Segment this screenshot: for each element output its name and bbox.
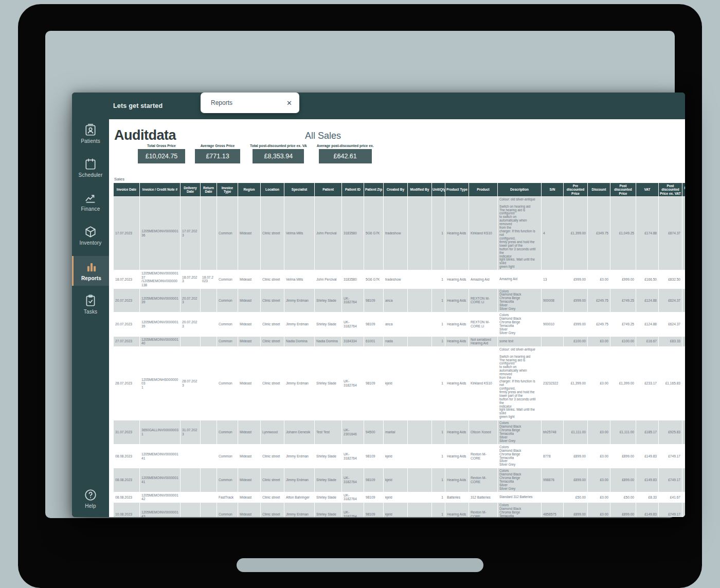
sidebar-item-reports[interactable]: Reports — [72, 256, 109, 286]
table-row: 08.08.20231205MEMOINV000000141CommonMide… — [114, 445, 685, 468]
column-header: Invoice Type — [217, 183, 238, 196]
table-row: 08.08.20231205MEMOINV000000141CommonMide… — [114, 468, 685, 492]
patients-badge-icon — [84, 123, 97, 137]
monitor-stand-pill — [237, 558, 483, 572]
tab-reports-label: Reports — [211, 99, 286, 106]
tab-reports[interactable]: Reports ✕ — [201, 93, 299, 113]
sales-table: Invoice DateInvoice / Credit Note #Deliv… — [113, 182, 681, 517]
bar-chart-icon — [85, 261, 98, 274]
column-header: Product — [469, 183, 497, 196]
column-header: Post discounted Price ex. VAT — [659, 183, 682, 196]
column-header: Patient ID — [342, 183, 364, 196]
column-header: Patient Zip — [364, 183, 383, 196]
column-header: Modified By — [408, 183, 431, 196]
stat-average-gross-price: Average Gross Price £771.13 — [195, 144, 240, 163]
column-header: Description — [498, 183, 541, 196]
sidebar-item-help[interactable]: Help — [72, 485, 109, 512]
column-header: Delivery Date — [181, 183, 200, 196]
column-header: Unit/Qty — [432, 183, 445, 196]
column-header: VAT — [636, 183, 658, 196]
close-icon[interactable]: ✕ — [286, 99, 292, 107]
sidebar-item-label: Patients — [81, 138, 100, 144]
header-row: Invoice DateInvoice / Credit Note #Deliv… — [114, 183, 685, 196]
table-row: 27.07.20231205MEMOINV000000140CommonMide… — [114, 337, 685, 346]
top-tab-bar: Lets get started Reports ✕ — [72, 93, 685, 119]
monitor-frame: Lets get started Reports ✕ PatientsSched… — [18, 4, 702, 588]
sidebar-item-label: Tasks — [84, 309, 98, 315]
trend-chart-icon — [84, 191, 97, 205]
column-header: Created By — [384, 183, 407, 196]
table-row: 28.07.20231205MEMONHS00000003 128.07.202… — [114, 347, 685, 420]
screen-background: Lets get started Reports ✕ PatientsSched… — [45, 31, 675, 518]
table-row: 10.08.20231205MEMOINV000000143CommonMide… — [114, 503, 685, 517]
calendar-icon — [84, 157, 97, 171]
column-header: Post discounted Price — [610, 183, 636, 196]
stat-label: Average post-discounted price ex. — [317, 144, 374, 148]
brand-logo: Auditdata — [114, 127, 176, 143]
column-header: Pre discounted Price — [564, 183, 587, 196]
stat-value: £8,353.94 — [253, 149, 304, 163]
column-header: Patient — [315, 183, 341, 196]
table-row: 17.07.20231205MEMOINV00000013617.07.2023… — [114, 197, 685, 270]
cube-icon — [84, 225, 97, 238]
table-row: 20.07.20231205MEMOINV00000013920.07.2023… — [114, 313, 685, 336]
stat-total-gross-price: Total Gross Price £10,024.75 — [138, 144, 185, 163]
table-row: 31.07.20233650GALLINV00000003131.07.2023… — [114, 420, 685, 444]
stat-value: £771.13 — [195, 149, 240, 163]
column-header: Discount — [588, 183, 610, 196]
clipboard-check-icon — [84, 294, 97, 307]
column-header: Balance Paid — [682, 183, 685, 196]
stats-row: Total Gross Price £10,024.75 Average Gro… — [138, 144, 374, 163]
sidebar-item-patients[interactable]: Patients — [72, 120, 109, 147]
sidebar-item-label: Finance — [81, 206, 100, 212]
column-header: Invoice / Credit Note # — [140, 183, 180, 196]
table-row: 18.07.20231205MEMOINV000000137 /1205MEMO… — [114, 270, 685, 288]
column-header: Specialist — [284, 183, 314, 196]
column-header: Return Date — [201, 183, 217, 196]
sidebar-item-finance[interactable]: Finance — [72, 188, 109, 215]
sidebar-item-scheduler[interactable]: Scheduler — [72, 154, 109, 181]
table-row: 20.07.20231205MEMOINV00000013920.07.2023… — [114, 289, 685, 313]
sidebar-item-label: Reports — [81, 275, 101, 281]
sidebar-item-inventory[interactable]: Inventory — [72, 222, 109, 249]
sidebar: PatientsSchedulerFinanceInventoryReports… — [72, 119, 109, 517]
column-header: Product Type — [445, 183, 469, 196]
stat-value: £642.61 — [319, 149, 372, 163]
stat-value: £10,024.75 — [138, 149, 185, 163]
column-header: Invoice Date — [114, 183, 139, 196]
report-content: Auditdata All Sales Total Gross Price £1… — [109, 119, 685, 517]
sidebar-item-tasks[interactable]: Tasks — [72, 291, 109, 318]
sidebar-item-label: Scheduler — [79, 172, 103, 178]
sidebar-item-label: Help — [85, 503, 96, 509]
tab-lets-get-started[interactable]: Lets get started — [113, 93, 163, 119]
stat-total-post-discounted: Total post-discounted price ex. VA £8,35… — [250, 144, 307, 163]
page-title: All Sales — [282, 131, 364, 141]
stat-label: Total Gross Price — [147, 144, 176, 148]
stat-label: Total post-discounted price ex. VA — [250, 144, 307, 148]
table-row: 08.08.20231205MEMOINV000000142FastTrackM… — [114, 492, 685, 502]
column-header: Region — [238, 183, 260, 196]
column-header: S/N — [542, 183, 563, 196]
column-header: Location — [261, 183, 284, 196]
stat-average-post-discounted: Average post-discounted price ex. £642.6… — [317, 144, 374, 163]
question-circle-icon — [84, 488, 97, 502]
sales-section-label: Sales — [114, 177, 681, 181]
stat-label: Average Gross Price — [201, 144, 235, 148]
app-window: Lets get started Reports ✕ PatientsSched… — [72, 93, 685, 517]
sidebar-item-label: Inventory — [80, 240, 102, 246]
